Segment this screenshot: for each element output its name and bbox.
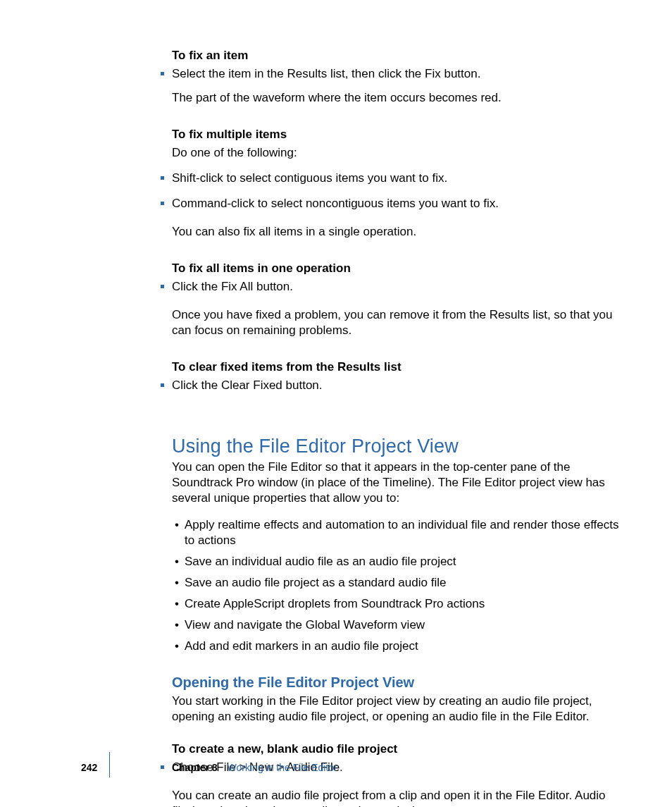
list-item: •View and navigate the Global Waveform v… [172,617,623,633]
task-heading-fix-multiple: To fix multiple items [172,127,623,142]
chapter-title: Working in the File Editor [228,762,337,773]
step-text: Shift-click to select contiguous items y… [172,171,447,185]
step-item: Click the Fix All button. [172,279,623,295]
square-bullet-icon [161,383,164,387]
step-item: Click the Clear Fixed button. [172,378,623,393]
bullet-dot-icon: • [175,517,179,533]
square-bullet-icon [161,285,164,288]
bullet-dot-icon: • [175,639,179,654]
list-item: •Save an individual audio file as an aud… [172,554,623,569]
step-item: Select the item in the Results list, the… [172,66,623,82]
body-text: Once you have fixed a problem, you can r… [172,307,623,338]
square-bullet-icon [161,72,164,75]
section-heading: Using the File Editor Project View [172,436,623,457]
step-item: Shift-click to select contiguous items y… [172,171,623,186]
list-text: Save an individual audio file as an audi… [185,555,456,568]
task-heading-create-project: To create a new, blank audio file projec… [172,741,623,757]
square-bullet-icon [161,176,164,180]
page-content: To fix an item Select the item in the Re… [172,42,623,807]
footer-divider [109,752,110,777]
square-bullet-icon [161,202,164,205]
body-text: Do one of the following: [172,145,623,161]
step-text: Select the item in the Results list, the… [172,67,480,80]
step-item: Command-click to select noncontiguous it… [172,196,623,211]
chapter-label: Chapter 8 [172,762,218,773]
task-heading-fix-all: To fix all items in one operation [172,261,623,276]
task-heading-clear-fixed: To clear fixed items from the Results li… [172,359,623,375]
bullet-dot-icon: • [175,596,179,612]
bullet-list: •Apply realtime effects and automation t… [172,517,623,654]
body-text: You can open the File Editor so that it … [172,460,623,506]
list-text: Add and edit markers in an audio file pr… [185,639,418,653]
step-text: Command-click to select noncontiguous it… [172,197,499,210]
page-footer: 242 Chapter 8Working in the File Editor [0,762,672,777]
bullet-dot-icon: • [175,554,179,569]
step-text: Click the Fix All button. [172,280,293,293]
body-text: You start working in the File Editor pro… [172,694,623,725]
document-page: To fix an item Select the item in the Re… [0,0,672,807]
list-text: Save an audio file project as a standard… [185,576,446,589]
list-item: •Apply realtime effects and automation t… [172,517,623,548]
list-item: •Add and edit markers in an audio file p… [172,639,623,654]
list-text: View and navigate the Global Waveform vi… [185,618,425,632]
chapter-info: Chapter 8Working in the File Editor [172,762,337,773]
step-text: Click the Clear Fixed button. [172,378,323,392]
body-text: You can also fix all items in a single o… [172,224,623,240]
list-text: Apply realtime effects and automation to… [185,518,618,547]
list-item: •Create AppleScript droplets from Soundt… [172,596,623,612]
list-text: Create AppleScript droplets from Soundtr… [185,597,485,610]
list-item: •Save an audio file project as a standar… [172,575,623,591]
body-text: You can create an audio file project fro… [172,788,623,807]
bullet-dot-icon: • [175,575,179,591]
subsection-heading: Opening the File Editor Project View [172,674,623,691]
page-number: 242 [81,762,97,773]
task-heading-fix-item: To fix an item [172,48,623,63]
body-text: The part of the waveform where the item … [172,90,623,106]
bullet-dot-icon: • [175,617,179,633]
